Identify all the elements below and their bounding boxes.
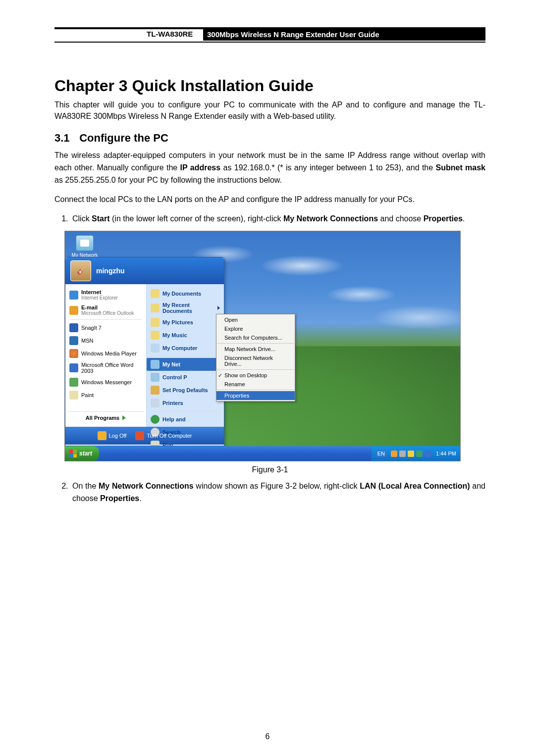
- network-places-icon: [76, 235, 94, 251]
- ctx-disconnect-drive[interactable]: Disconnect Network Drive...: [216, 353, 295, 368]
- section-heading: 3.1 Configure the PC: [54, 132, 485, 145]
- intro-paragraph: This chapter will guide you to configure…: [54, 99, 485, 122]
- chevron-right-icon: [217, 306, 220, 310]
- start-item-my-music[interactable]: My Music: [147, 329, 224, 342]
- steps-list: Click Start (in the lower left corner of…: [54, 213, 485, 225]
- start-item-my-pictures[interactable]: My Pictures: [147, 316, 224, 329]
- page-header: TL-WA830RE 300Mbps Wireless N Range Exte…: [54, 29, 485, 41]
- start-item-control-panel[interactable]: Control P: [147, 371, 224, 384]
- tray-icon[interactable]: [416, 451, 423, 457]
- start-item-snagit[interactable]: SnagIt 7: [67, 321, 144, 334]
- system-tray: EN 1:44 PM: [372, 446, 460, 461]
- start-item-messenger[interactable]: Windows Messenger: [67, 376, 144, 389]
- start-item-set-defaults[interactable]: Set Prog Defaults: [147, 384, 224, 397]
- steps-list-cont: On the My Network Connections window sho…: [54, 480, 485, 505]
- step-2: On the My Network Connections window sho…: [70, 480, 485, 505]
- start-menu-right-column: My Documents My Recent Documents My Pict…: [146, 284, 224, 427]
- start-item-msn[interactable]: MSN: [67, 334, 144, 347]
- start-item-help[interactable]: Help and: [147, 413, 224, 426]
- start-item-email[interactable]: E-mailMicrosoft Office Outlook: [67, 302, 144, 318]
- windows-logo-icon: [69, 450, 77, 457]
- start-item-my-network[interactable]: My Net: [147, 358, 224, 371]
- section-title: Configure the PC: [79, 132, 168, 144]
- tray-icon[interactable]: [408, 451, 414, 457]
- user-name: mingzhu: [96, 267, 125, 275]
- user-avatar: 🎸: [70, 260, 91, 281]
- start-button[interactable]: start: [65, 446, 99, 461]
- section-number: 3.1: [54, 132, 76, 145]
- ctx-rename[interactable]: Rename: [216, 380, 295, 389]
- paragraph-connect-lan: Connect the local PCs to the LAN ports o…: [54, 194, 485, 206]
- tray-icon[interactable]: [391, 451, 397, 457]
- ctx-map-drive[interactable]: Map Network Drive...: [216, 345, 295, 353]
- ctx-properties[interactable]: Properties: [216, 391, 295, 400]
- start-item-recent-docs[interactable]: My Recent Documents: [147, 300, 224, 316]
- ctx-show-on-desktop[interactable]: Show on Desktop: [216, 371, 295, 380]
- chevron-right-icon: [122, 415, 126, 420]
- figure-3-1: My Network Places 🎸 mingzhu InternetInte…: [54, 231, 485, 461]
- language-indicator[interactable]: EN: [375, 450, 387, 457]
- context-menu: Open Explore Search for Computers... Map…: [216, 314, 295, 402]
- paragraph-ip-config: The wireless adapter-equipped computers …: [54, 150, 485, 186]
- tray-icon[interactable]: [399, 451, 406, 457]
- taskbar-clock[interactable]: 1:44 PM: [436, 451, 456, 456]
- page-number: 6: [0, 732, 535, 741]
- all-programs[interactable]: All Programs: [67, 411, 144, 424]
- start-item-my-documents[interactable]: My Documents: [147, 287, 224, 300]
- ctx-search-computers[interactable]: Search for Computers...: [216, 333, 295, 342]
- start-item-my-computer[interactable]: My Computer: [147, 342, 224, 354]
- turnoff-button[interactable]: Turn Off Computer: [135, 431, 192, 440]
- start-menu-left-column: InternetInternet Explorer E-mailMicrosof…: [65, 284, 146, 427]
- ctx-explore[interactable]: Explore: [216, 324, 295, 333]
- header-rule-bottom: [54, 42, 485, 43]
- ctx-open[interactable]: Open: [216, 315, 295, 324]
- start-item-paint[interactable]: Paint: [67, 389, 144, 402]
- winxp-desktop: My Network Places 🎸 mingzhu InternetInte…: [64, 231, 461, 461]
- start-item-internet[interactable]: InternetInternet Explorer: [67, 287, 144, 302]
- tray-icon[interactable]: [425, 451, 431, 457]
- start-item-wmp[interactable]: Windows Media Player: [67, 347, 144, 360]
- start-menu-header: 🎸 mingzhu: [65, 257, 224, 284]
- start-item-printers[interactable]: Printers: [147, 397, 224, 409]
- logoff-button[interactable]: Log Off: [98, 431, 127, 440]
- figure-caption: Figure 3-1: [54, 465, 485, 474]
- taskbar: start EN 1:44 PM: [65, 446, 460, 461]
- header-title: 300Mbps Wireless N Range Extender User G…: [203, 29, 485, 41]
- chapter-title: Chapter 3 Quick Installation Guide: [54, 77, 485, 95]
- step-1: Click Start (in the lower left corner of…: [70, 213, 485, 225]
- start-item-word[interactable]: Microsoft Office Word 2003: [67, 360, 144, 376]
- start-menu: 🎸 mingzhu InternetInternet Explorer E-ma…: [65, 257, 224, 446]
- header-model: TL-WA830RE: [147, 30, 193, 38]
